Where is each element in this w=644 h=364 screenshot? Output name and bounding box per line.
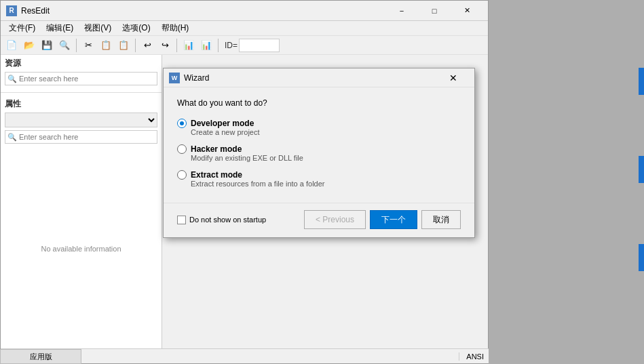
dialog-close-button[interactable]: ✕ <box>438 69 469 87</box>
do-not-show-row: Do not show on startup <box>177 216 300 224</box>
developer-radio-dot <box>180 121 184 125</box>
hacker-desc: Modify an existing EXE or DLL file <box>191 154 461 162</box>
dialog-body: What do you want to do? Developer mode C… <box>164 87 474 195</box>
hacker-label-row: Hacker mode <box>177 144 461 154</box>
developer-desc: Create a new project <box>191 128 461 136</box>
dialog-title: Wizard <box>184 73 438 83</box>
extract-label-row: Extract mode <box>177 170 461 180</box>
developer-radio[interactable] <box>177 119 187 128</box>
modal-overlay: W Wizard ✕ What do you want to do? Devel… <box>0 0 644 364</box>
developer-mode-option: Developer mode Create a new project <box>177 119 461 136</box>
extract-desc: Extract resources from a file into a fol… <box>191 180 461 188</box>
hacker-label: Hacker mode <box>191 144 242 154</box>
extract-radio[interactable] <box>177 170 187 180</box>
do-not-show-label: Do not show on startup <box>189 216 266 224</box>
wizard-dialog: W Wizard ✕ What do you want to do? Devel… <box>163 68 475 238</box>
hacker-radio[interactable] <box>177 144 187 154</box>
radio-group: Developer mode Create a new project Hack… <box>177 119 461 188</box>
dialog-footer: Do not show on startup < Previous 下一个 取消 <box>164 203 474 237</box>
footer-buttons: < Previous 下一个 取消 <box>304 210 461 229</box>
extract-mode-option: Extract mode Extract resources from a fi… <box>177 170 461 188</box>
prev-button[interactable]: < Previous <box>304 210 366 229</box>
extract-label: Extract mode <box>191 170 242 180</box>
next-button[interactable]: 下一个 <box>370 210 417 229</box>
dialog-icon: W <box>169 73 180 83</box>
developer-label-row: Developer mode <box>177 119 461 128</box>
cancel-button[interactable]: 取消 <box>421 210 461 229</box>
developer-label: Developer mode <box>191 119 254 128</box>
dialog-title-bar: W Wizard ✕ <box>164 68 474 87</box>
do-not-show-checkbox[interactable] <box>177 216 186 224</box>
dialog-question: What do you want to do? <box>177 98 461 108</box>
hacker-mode-option: Hacker mode Modify an existing EXE or DL… <box>177 144 461 162</box>
